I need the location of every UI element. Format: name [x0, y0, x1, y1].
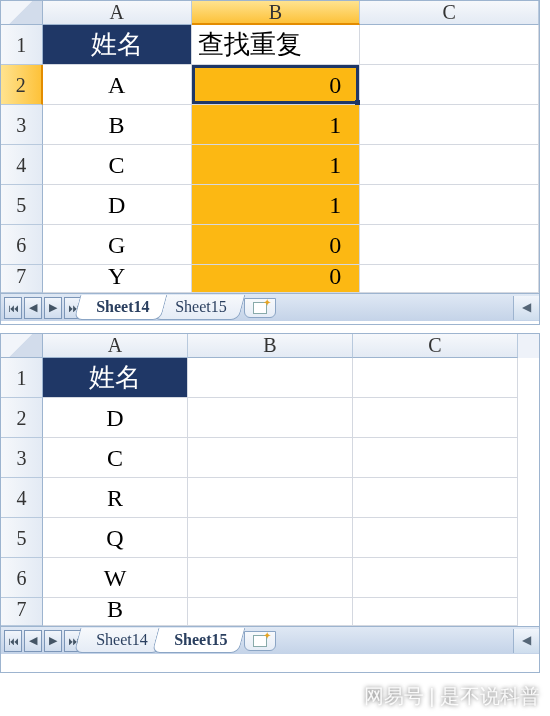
row-header-4[interactable]: 4 — [1, 145, 43, 185]
row-7: 7 B — [1, 598, 539, 626]
cell-B5[interactable] — [188, 518, 353, 558]
cell-B2[interactable] — [188, 398, 353, 438]
col-header-A[interactable]: A — [43, 334, 188, 358]
cell-A6[interactable]: G — [43, 225, 192, 265]
row-1: 1 姓名 查找重复 — [1, 25, 539, 65]
row-2: 2 D — [1, 398, 539, 438]
new-sheet-button[interactable] — [244, 631, 276, 651]
hscroll-left-button[interactable]: ◀ — [513, 629, 539, 653]
cell-B3[interactable]: 1 — [192, 105, 361, 145]
row-4: 4 R — [1, 478, 539, 518]
workbook-bottom: A B C 1 姓名 2 D 3 C 4 R 5 Q 6 W 7 — [0, 333, 540, 673]
row-4: 4 C 1 — [1, 145, 539, 185]
column-header-row: A B C — [1, 334, 539, 358]
column-header-row: A B C — [1, 1, 539, 25]
col-header-B[interactable]: B — [188, 334, 353, 358]
watermark-text: 网易号 | 是不说科普 — [364, 683, 540, 710]
sheet-tab-sheet15[interactable]: Sheet15 — [151, 628, 245, 653]
new-sheet-icon — [253, 635, 267, 647]
cell-C4[interactable] — [360, 145, 539, 185]
row-header-3[interactable]: 3 — [1, 105, 43, 145]
cell-A3[interactable]: C — [43, 438, 188, 478]
cell-A5[interactable]: Q — [43, 518, 188, 558]
row-header-3[interactable]: 3 — [1, 438, 43, 478]
row-1: 1 姓名 — [1, 358, 539, 398]
tab-nav-prev-icon[interactable]: ◀ — [24, 630, 42, 652]
col-header-C[interactable]: C — [360, 1, 539, 25]
cell-A4[interactable]: R — [43, 478, 188, 518]
cell-A3[interactable]: B — [43, 105, 192, 145]
cell-A7[interactable]: B — [43, 598, 188, 626]
tab-nav-next-icon[interactable]: ▶ — [44, 630, 62, 652]
cell-A5[interactable]: D — [43, 185, 192, 225]
cell-A4[interactable]: C — [43, 145, 192, 185]
row-header-7[interactable]: 7 — [1, 265, 43, 293]
col-header-A[interactable]: A — [43, 1, 192, 25]
cell-B1[interactable] — [188, 358, 353, 398]
cell-B2-active[interactable]: 0 — [192, 65, 361, 105]
cell-C1[interactable] — [353, 358, 518, 398]
row-header-1[interactable]: 1 — [1, 358, 43, 398]
cell-A1[interactable]: 姓名 — [43, 358, 188, 398]
cell-B5[interactable]: 1 — [192, 185, 361, 225]
tab-nav-prev-icon[interactable]: ◀ — [24, 297, 42, 319]
row-3: 3 B 1 — [1, 105, 539, 145]
row-header-5[interactable]: 5 — [1, 518, 43, 558]
cell-B4[interactable] — [188, 478, 353, 518]
cell-C3[interactable] — [360, 105, 539, 145]
cell-C2[interactable] — [360, 65, 539, 105]
row-header-2[interactable]: 2 — [1, 65, 43, 105]
row-header-5[interactable]: 5 — [1, 185, 43, 225]
cell-B3[interactable] — [188, 438, 353, 478]
row-header-4[interactable]: 4 — [1, 478, 43, 518]
cell-C3[interactable] — [353, 438, 518, 478]
cell-C6[interactable] — [353, 558, 518, 598]
sheet-tab-sheet14[interactable]: Sheet14 — [74, 628, 166, 653]
cell-C7[interactable] — [353, 598, 518, 626]
row-6: 6 G 0 — [1, 225, 539, 265]
tab-nav-buttons: ⏮ ◀ ▶ ⏭ — [1, 630, 85, 652]
row-5: 5 D 1 — [1, 185, 539, 225]
row-5: 5 Q — [1, 518, 539, 558]
row-header-7[interactable]: 7 — [1, 598, 43, 626]
sheet-tab-sheet14[interactable]: Sheet14 — [74, 295, 168, 320]
cell-A7[interactable]: Y — [43, 265, 192, 293]
cell-C6[interactable] — [360, 225, 539, 265]
row-header-6[interactable]: 6 — [1, 558, 43, 598]
row-6: 6 W — [1, 558, 539, 598]
row-header-6[interactable]: 6 — [1, 225, 43, 265]
cell-B7[interactable] — [188, 598, 353, 626]
cell-B4[interactable]: 1 — [192, 145, 361, 185]
tab-nav-first-icon[interactable]: ⏮ — [4, 297, 22, 319]
select-all-corner[interactable] — [1, 334, 43, 358]
new-sheet-button[interactable] — [244, 298, 276, 318]
cell-A6[interactable]: W — [43, 558, 188, 598]
workbook-top: A B C 1 姓名 查找重复 2 A 0 3 B 1 4 C 1 5 D 1 … — [0, 0, 540, 325]
cell-C7[interactable] — [360, 265, 539, 293]
tab-nav-buttons: ⏮ ◀ ▶ ⏭ — [1, 297, 85, 319]
cell-B6[interactable]: 0 — [192, 225, 361, 265]
tab-nav-next-icon[interactable]: ▶ — [44, 297, 62, 319]
cell-A1[interactable]: 姓名 — [43, 25, 192, 65]
cell-A2[interactable]: A — [43, 65, 192, 105]
cell-C1[interactable] — [360, 25, 539, 65]
row-header-1[interactable]: 1 — [1, 25, 43, 65]
tab-nav-first-icon[interactable]: ⏮ — [4, 630, 22, 652]
row-header-2[interactable]: 2 — [1, 398, 43, 438]
new-sheet-icon — [253, 302, 267, 314]
cell-C5[interactable] — [353, 518, 518, 558]
cell-B1[interactable]: 查找重复 — [192, 25, 361, 65]
sheet-tab-sheet15[interactable]: Sheet15 — [153, 295, 245, 320]
col-header-B[interactable]: B — [192, 1, 361, 25]
cell-C5[interactable] — [360, 185, 539, 225]
cell-C4[interactable] — [353, 478, 518, 518]
cell-C2[interactable] — [353, 398, 518, 438]
select-all-corner[interactable] — [1, 1, 43, 25]
hscroll-left-button[interactable]: ◀ — [513, 296, 539, 320]
sheet-tab-bar: ⏮ ◀ ▶ ⏭ Sheet14 Sheet15 ◀ — [1, 626, 539, 654]
cell-B7[interactable]: 0 — [192, 265, 361, 293]
row-2: 2 A 0 — [1, 65, 539, 105]
col-header-C[interactable]: C — [353, 334, 518, 358]
cell-B6[interactable] — [188, 558, 353, 598]
cell-A2[interactable]: D — [43, 398, 188, 438]
